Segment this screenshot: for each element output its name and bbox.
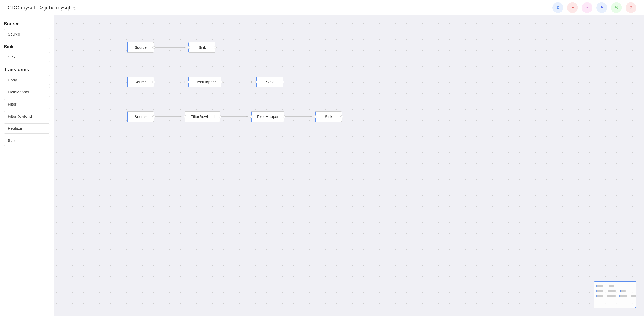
svg-rect-2 — [616, 6, 617, 7]
sidebar-item-split[interactable]: Split — [4, 136, 50, 146]
svg-marker-13 — [246, 116, 248, 118]
header-left: CDC mysql --> jdbc mysql ⎘ — [8, 4, 76, 11]
p1-sink-node[interactable]: Sink — [188, 42, 215, 53]
p2-fieldmapper-right-connector — [220, 81, 223, 84]
error-button[interactable]: ⊗ — [626, 2, 636, 13]
p3-sink-node[interactable]: Sink — [315, 112, 342, 122]
svg-marker-9 — [251, 81, 253, 83]
svg-marker-5 — [184, 47, 186, 48]
pipeline-3: Source FilterRowKind FieldMapper — [127, 112, 342, 122]
flag-button[interactable]: ⚑ — [596, 2, 607, 13]
p2-source-right-connector — [152, 81, 155, 84]
settings-button[interactable]: ⚙ — [552, 2, 563, 13]
transforms-section: Transforms Copy FieldMapper Filter Filte… — [4, 67, 50, 146]
source-section: Source Source — [4, 21, 50, 40]
p2-sink-right-connector — [282, 81, 284, 84]
p3-fieldmapper-left-connector — [250, 115, 253, 118]
transforms-section-title: Transforms — [4, 67, 50, 72]
p1-sink-right-connector — [214, 46, 217, 49]
p2-fieldmapper-node[interactable]: FieldMapper — [188, 77, 222, 87]
p2-arrow-1 — [154, 80, 188, 84]
p2-fieldmapper-left-connector — [188, 81, 190, 84]
svg-marker-11 — [180, 116, 182, 118]
minimap[interactable] — [594, 282, 636, 308]
p3-arrow-2 — [220, 115, 251, 118]
copy-icon[interactable]: ⎘ — [73, 5, 76, 10]
source-section-title: Source — [4, 21, 50, 26]
page-title: CDC mysql --> jdbc mysql — [8, 4, 70, 11]
sidebar-item-copy[interactable]: Copy — [4, 75, 50, 85]
cut-button[interactable]: ✂ — [582, 2, 592, 13]
p2-sink-node[interactable]: Sink — [256, 77, 283, 87]
sidebar: Source Source Sink Sink Transforms Copy … — [0, 16, 54, 316]
pipeline-2: Source FieldMapper Sink — [127, 77, 283, 87]
p3-filterrowkind-node[interactable]: FilterRowKind — [184, 112, 220, 122]
sidebar-item-source[interactable]: Source — [4, 29, 50, 40]
svg-marker-15 — [310, 116, 312, 118]
p1-source-right-connector — [152, 46, 155, 49]
p2-sink-left-connector — [255, 81, 258, 84]
sidebar-item-filter[interactable]: Filter — [4, 99, 50, 109]
p3-fieldmapper-node[interactable]: FieldMapper — [251, 112, 284, 122]
sink-section: Sink Sink — [4, 44, 50, 62]
p1-source-node[interactable]: Source — [127, 42, 154, 53]
p1-arrow-1 — [154, 46, 188, 50]
run-button[interactable] — [567, 2, 578, 13]
sidebar-item-filterrowkind[interactable]: FilterRowKind — [4, 111, 50, 122]
canvas[interactable]: Source Sink Source — [54, 16, 644, 316]
p3-filterrowkind-left-connector — [184, 115, 186, 118]
minimap-content — [594, 282, 636, 308]
p1-sink-left-connector — [188, 46, 190, 49]
sidebar-item-replace[interactable]: Replace — [4, 124, 50, 134]
svg-marker-7 — [184, 81, 186, 83]
p3-filterrowkind-right-connector — [219, 115, 222, 118]
p2-arrow-2 — [222, 80, 256, 84]
sidebar-item-fieldmapper[interactable]: FieldMapper — [4, 87, 50, 97]
svg-rect-3 — [615, 8, 618, 9]
p3-sink-right-connector — [340, 115, 343, 118]
minimap-resize-handle[interactable] — [635, 307, 636, 308]
layout: Source Source Sink Sink Transforms Copy … — [0, 0, 644, 316]
sink-section-title: Sink — [4, 44, 50, 50]
svg-marker-0 — [572, 6, 574, 9]
pipeline-1: Source Sink — [127, 42, 215, 53]
p3-source-node[interactable]: Source — [127, 112, 154, 122]
p2-source-node[interactable]: Source — [127, 77, 154, 87]
header-right: ⚙ ✂ ⚑ ⊗ — [552, 2, 636, 13]
p3-arrow-3 — [284, 115, 315, 118]
p3-fieldmapper-right-connector — [283, 115, 286, 118]
header: CDC mysql --> jdbc mysql ⎘ ⚙ ✂ ⚑ ⊗ — [0, 0, 644, 16]
p3-source-right-connector — [152, 115, 155, 118]
save-button[interactable] — [611, 2, 622, 13]
p3-sink-left-connector — [314, 115, 317, 118]
sidebar-item-sink[interactable]: Sink — [4, 52, 50, 62]
p3-arrow-1 — [154, 115, 184, 118]
